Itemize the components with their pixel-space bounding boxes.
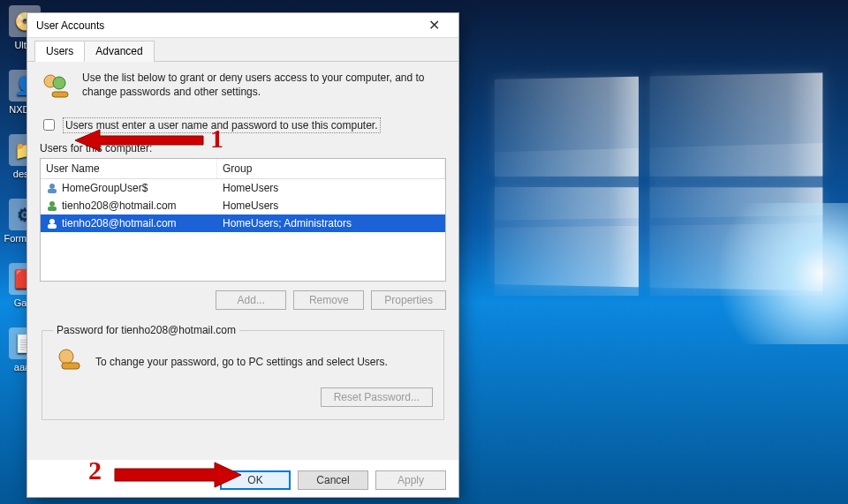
- cell-group: HomeUsers: [217, 180, 445, 196]
- cell-username: HomeGroupUser$: [62, 182, 148, 194]
- dialog-footer: OK Cancel Apply: [220, 470, 446, 490]
- svg-point-5: [49, 201, 55, 207]
- svg-rect-4: [48, 189, 57, 193]
- ok-button[interactable]: OK: [220, 470, 291, 490]
- svg-rect-2: [52, 92, 68, 97]
- svg-point-3: [49, 184, 55, 189]
- cell-group: HomeUsers: [217, 198, 445, 214]
- svg-rect-8: [48, 224, 57, 229]
- add-button[interactable]: Add...: [216, 290, 286, 310]
- user-list[interactable]: User Name Group HomeGroupUser$ HomeUsers: [40, 158, 446, 282]
- user-key-icon: [53, 345, 87, 379]
- user-accounts-dialog: User Accounts ✕ Users Advanced Use the l…: [26, 12, 459, 498]
- intro-row: Use the list below to grant or deny user…: [40, 71, 446, 104]
- tab-strip: Users Advanced: [27, 38, 458, 62]
- cancel-button[interactable]: Cancel: [298, 470, 368, 490]
- user-keys-icon: [40, 71, 73, 104]
- user-icon: [46, 199, 58, 212]
- user-list-label: Users for this computer:: [40, 142, 446, 154]
- svg-point-1: [53, 77, 65, 89]
- column-header-username[interactable]: User Name: [41, 159, 217, 178]
- cell-group: HomeUsers; Administrators: [217, 215, 445, 231]
- column-header-group[interactable]: Group: [217, 159, 445, 178]
- password-groupbox: Password for tienho208@hotmail.com To ch…: [42, 324, 444, 420]
- svg-rect-10: [62, 363, 80, 369]
- table-row[interactable]: tienho208@hotmail.com HomeUsers: [41, 197, 445, 214]
- svg-point-7: [49, 219, 55, 224]
- remove-button[interactable]: Remove: [293, 290, 364, 310]
- cell-username: tienho208@hotmail.com: [62, 217, 177, 229]
- window-title: User Accounts: [36, 19, 104, 32]
- user-icon: [46, 182, 58, 194]
- titlebar[interactable]: User Accounts ✕: [27, 13, 458, 38]
- tab-advanced[interactable]: Advanced: [84, 41, 154, 62]
- password-help-text: To change your password, go to PC settin…: [95, 356, 388, 368]
- table-row[interactable]: tienho208@hotmail.com HomeUsers; Adminis…: [41, 214, 445, 232]
- password-groupbox-legend: Password for tienho208@hotmail.com: [53, 324, 239, 336]
- user-list-button-row: Add... Remove Properties: [40, 290, 446, 310]
- intro-text: Use the list below to grant or deny user…: [82, 71, 446, 99]
- tab-content-users: Use the list below to grant or deny user…: [27, 62, 458, 460]
- svg-rect-6: [48, 207, 57, 211]
- tab-users[interactable]: Users: [34, 41, 85, 62]
- close-icon: ✕: [428, 17, 440, 34]
- close-button[interactable]: ✕: [414, 14, 453, 37]
- must-enter-credentials-label[interactable]: Users must enter a user name and passwor…: [63, 117, 381, 133]
- properties-button[interactable]: Properties: [371, 290, 446, 310]
- table-header: User Name Group: [41, 159, 445, 179]
- svg-point-9: [59, 350, 73, 364]
- table-row[interactable]: HomeGroupUser$ HomeUsers: [41, 179, 445, 197]
- wallpaper-windows-logo-reflection: [495, 143, 822, 296]
- reset-password-button[interactable]: Reset Password...: [321, 387, 433, 407]
- user-icon: [46, 217, 58, 229]
- must-enter-credentials-row: Users must enter a user name and passwor…: [40, 117, 446, 133]
- cell-username: tienho208@hotmail.com: [62, 199, 177, 212]
- apply-button[interactable]: Apply: [375, 470, 446, 490]
- must-enter-credentials-checkbox[interactable]: [43, 119, 55, 131]
